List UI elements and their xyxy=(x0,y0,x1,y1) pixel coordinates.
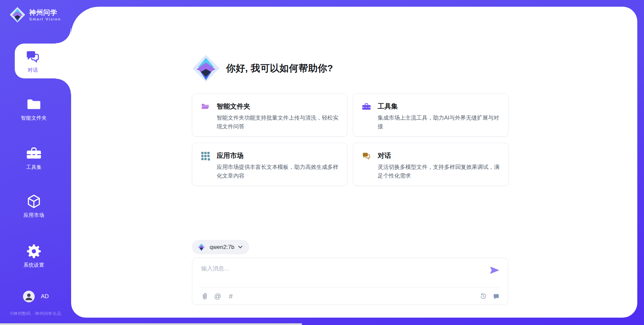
greeting-text: 你好, 我可以如何帮助你? xyxy=(226,62,333,75)
history-button[interactable] xyxy=(480,292,487,300)
card-chat[interactable]: 对话 灵活切换多模型文件，支持多样回复效果调试，满足个性化需求 xyxy=(353,143,508,186)
paperclip-icon xyxy=(201,292,208,300)
sidebar-item-label: 应用市场 xyxy=(23,212,44,218)
cube-icon xyxy=(26,194,42,209)
copyright-text: ©神州数码 · 神州问学出品 xyxy=(0,311,71,317)
gem-diamond-icon xyxy=(192,54,220,82)
app-subtitle: Smart Vision xyxy=(29,17,61,21)
greeting: 你好, 我可以如何帮助你? xyxy=(192,54,333,82)
attach-file-button[interactable] xyxy=(201,292,208,300)
message-composer: @ # xyxy=(192,258,508,305)
sidebar-item-label: 工具集 xyxy=(26,164,42,171)
card-title: 应用市场 xyxy=(217,151,339,160)
sidebar-item-settings[interactable]: 系统设置 xyxy=(0,244,71,268)
sidebar-item-label: 对话 xyxy=(28,67,38,73)
app-name: 神州问学 xyxy=(29,8,61,16)
composer-toolbar-right xyxy=(480,292,500,300)
card-desc: 灵活切换多模型文件，支持多样回复效果调试，满足个性化需求 xyxy=(378,163,500,180)
chat-bubbles-icon xyxy=(25,49,41,64)
app-logo-text: 神州问学 Smart Vision xyxy=(29,8,61,21)
sidebar-item-smart-folder[interactable]: 智能文件夹 xyxy=(0,96,71,121)
gear-icon xyxy=(26,244,42,259)
gem-diamond-icon xyxy=(197,243,206,252)
at-icon: @ xyxy=(214,292,221,300)
card-app-market[interactable]: 应用市场 应用市场提供丰富长文本模板，助力高效生成多样化文章内容 xyxy=(192,143,347,186)
chevron-down-icon xyxy=(238,246,243,249)
mention-button[interactable]: @ xyxy=(214,292,221,300)
grid-icon xyxy=(201,151,210,160)
active-tab-fillet-top xyxy=(56,28,71,44)
card-smart-folder[interactable]: 智能文件夹 智能文件夹功能支持批量文件上传与清洗，轻松实现文件问答 xyxy=(192,93,347,137)
chat-bubble-icon xyxy=(493,293,500,300)
card-desc: 集成市场上主流工具，助力AI与外界无缝扩展与对接 xyxy=(378,114,500,131)
message-input[interactable] xyxy=(201,265,483,285)
chat-bubbles-icon xyxy=(362,151,371,160)
card-desc: 智能文件夹功能支持批量文件上传与清洗，轻松实现文件问答 xyxy=(217,114,339,131)
main-content: 你好, 我可以如何帮助你? 智能文件夹 智能文件夹功能支持批量文件上传与清洗，轻… xyxy=(192,7,509,318)
card-title: 对话 xyxy=(378,151,500,160)
card-title: 工具集 xyxy=(378,102,500,111)
user-account[interactable]: AD xyxy=(0,290,71,303)
folder-open-icon xyxy=(201,102,210,111)
composer-toolbar: @ # xyxy=(201,291,500,301)
horizontal-scrollbar[interactable] xyxy=(0,323,302,325)
main-panel: 你好, 我可以如何帮助你? 智能文件夹 智能文件夹功能支持批量文件上传与清洗，轻… xyxy=(71,7,637,318)
gem-diamond-icon xyxy=(9,7,25,23)
sidebar: 神州问学 Smart Vision 对话 智能文件夹 工具集 应用市场 系统设置… xyxy=(0,0,71,325)
hash-icon: # xyxy=(229,292,232,300)
composer-divider xyxy=(199,287,501,287)
model-selector[interactable]: qwen2:7b xyxy=(192,240,249,254)
send-button[interactable] xyxy=(490,266,499,274)
new-chat-button[interactable] xyxy=(492,292,500,300)
card-desc: 应用市场提供丰富长文本模板，助力高效生成多样化文章内容 xyxy=(217,163,339,180)
topic-button[interactable]: # xyxy=(227,292,234,300)
card-title: 智能文件夹 xyxy=(217,102,339,111)
active-tab-fillet-bottom xyxy=(56,78,71,94)
sidebar-item-chat[interactable]: 对话 xyxy=(15,44,71,78)
model-name: qwen2:7b xyxy=(210,244,234,251)
sidebar-item-label: 智能文件夹 xyxy=(21,115,47,121)
folder-icon xyxy=(26,96,42,112)
user-name: AD xyxy=(41,293,49,300)
sidebar-item-label: 系统设置 xyxy=(23,262,44,268)
toolbox-icon xyxy=(362,102,371,111)
history-icon xyxy=(480,292,487,300)
sidebar-item-toolset[interactable]: 工具集 xyxy=(0,146,71,171)
toolbox-icon xyxy=(26,146,42,161)
person-icon xyxy=(22,290,35,303)
card-toolset[interactable]: 工具集 集成市场上主流工具，助力AI与外界无缝扩展与对接 xyxy=(353,93,508,137)
feature-cards: 智能文件夹 智能文件夹功能支持批量文件上传与清洗，轻松实现文件问答 工具集 集成… xyxy=(192,93,508,186)
sidebar-item-app-market[interactable]: 应用市场 xyxy=(0,194,71,218)
app-logo: 神州问学 Smart Vision xyxy=(9,7,61,23)
